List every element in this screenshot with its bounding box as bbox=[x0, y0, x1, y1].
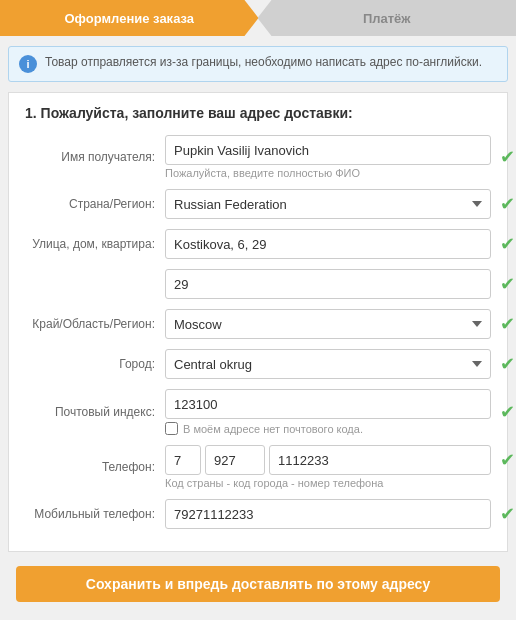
phone-field-wrap: ✔ Код страны - код города - номер телефо… bbox=[165, 445, 491, 489]
name-check-icon: ✔ bbox=[500, 146, 515, 168]
zip-label: Почтовый индекс: bbox=[25, 405, 165, 419]
steps-bar: Оформление заказа Платёж bbox=[0, 0, 516, 36]
region-row: Край/Область/Регион: Moscow ✔ bbox=[25, 309, 491, 339]
apt-input[interactable] bbox=[165, 269, 491, 299]
phone-number-input[interactable] bbox=[269, 445, 491, 475]
city-label: Город: bbox=[25, 357, 165, 371]
street-label: Улица, дом, квартира: bbox=[25, 237, 165, 251]
save-button-wrap: Сохранить и впредь доставлять по этому а… bbox=[8, 566, 508, 602]
phone-area-input[interactable] bbox=[205, 445, 265, 475]
city-select[interactable]: Central okrug bbox=[165, 349, 491, 379]
apt-row: ✔ bbox=[25, 269, 491, 299]
country-select[interactable]: Russian Federation bbox=[165, 189, 491, 219]
street-input[interactable] bbox=[165, 229, 491, 259]
country-label: Страна/Регион: bbox=[25, 197, 165, 211]
country-check-icon: ✔ bbox=[500, 193, 515, 215]
name-label: Имя получателя: bbox=[25, 150, 165, 164]
name-row: Имя получателя: ✔ Пожалуйста, введите по… bbox=[25, 135, 491, 179]
step-payment[interactable]: Платёж bbox=[258, 0, 517, 36]
region-check-icon: ✔ bbox=[500, 313, 515, 335]
zip-field-wrap: ✔ В моём адресе нет почтового кода. bbox=[165, 389, 491, 435]
zip-row: Почтовый индекс: ✔ В моём адресе нет поч… bbox=[25, 389, 491, 435]
mobile-label: Мобильный телефон: bbox=[25, 507, 165, 521]
street-row: Улица, дом, квартира: ✔ bbox=[25, 229, 491, 259]
apt-field-wrap: ✔ bbox=[165, 269, 491, 299]
name-field-wrap: ✔ Пожалуйста, введите полностью ФИО bbox=[165, 135, 491, 179]
city-check-icon: ✔ bbox=[500, 353, 515, 375]
no-zip-checkbox[interactable] bbox=[165, 422, 178, 435]
section-title: 1. Пожалуйста, заполните ваш адрес доста… bbox=[25, 105, 491, 121]
phone-row: Телефон: ✔ Код страны - код города - ном… bbox=[25, 445, 491, 489]
mobile-field-wrap: ✔ bbox=[165, 499, 491, 529]
name-input[interactable] bbox=[165, 135, 491, 165]
zip-checkbox-row: В моём адресе нет почтового кода. bbox=[165, 422, 491, 435]
zip-input[interactable] bbox=[165, 389, 491, 419]
phone-check-icon: ✔ bbox=[500, 449, 515, 471]
form-card: 1. Пожалуйста, заполните ваш адрес доста… bbox=[8, 92, 508, 552]
zip-check-icon: ✔ bbox=[500, 401, 515, 423]
info-banner: i Товар отправляется из-за границы, необ… bbox=[8, 46, 508, 82]
street-check-icon: ✔ bbox=[500, 233, 515, 255]
step-checkout[interactable]: Оформление заказа bbox=[0, 0, 259, 36]
phone-inputs bbox=[165, 445, 491, 475]
phone-label: Телефон: bbox=[25, 460, 165, 474]
save-button[interactable]: Сохранить и впредь доставлять по этому а… bbox=[16, 566, 500, 602]
street-field-wrap: ✔ bbox=[165, 229, 491, 259]
mobile-input[interactable] bbox=[165, 499, 491, 529]
city-field-wrap: Central okrug ✔ bbox=[165, 349, 491, 379]
name-hint: Пожалуйста, введите полностью ФИО bbox=[165, 167, 491, 179]
country-row: Страна/Регион: Russian Federation ✔ bbox=[25, 189, 491, 219]
country-field-wrap: Russian Federation ✔ bbox=[165, 189, 491, 219]
city-row: Город: Central okrug ✔ bbox=[25, 349, 491, 379]
region-label: Край/Область/Регион: bbox=[25, 317, 165, 331]
apt-check-icon: ✔ bbox=[500, 273, 515, 295]
no-zip-label: В моём адресе нет почтового кода. bbox=[183, 423, 363, 435]
region-select[interactable]: Moscow bbox=[165, 309, 491, 339]
region-field-wrap: Moscow ✔ bbox=[165, 309, 491, 339]
phone-country-input[interactable] bbox=[165, 445, 201, 475]
mobile-row: Мобильный телефон: ✔ bbox=[25, 499, 491, 529]
phone-hint: Код страны - код города - номер телефона bbox=[165, 477, 491, 489]
info-icon: i bbox=[19, 55, 37, 73]
mobile-check-icon: ✔ bbox=[500, 503, 515, 525]
